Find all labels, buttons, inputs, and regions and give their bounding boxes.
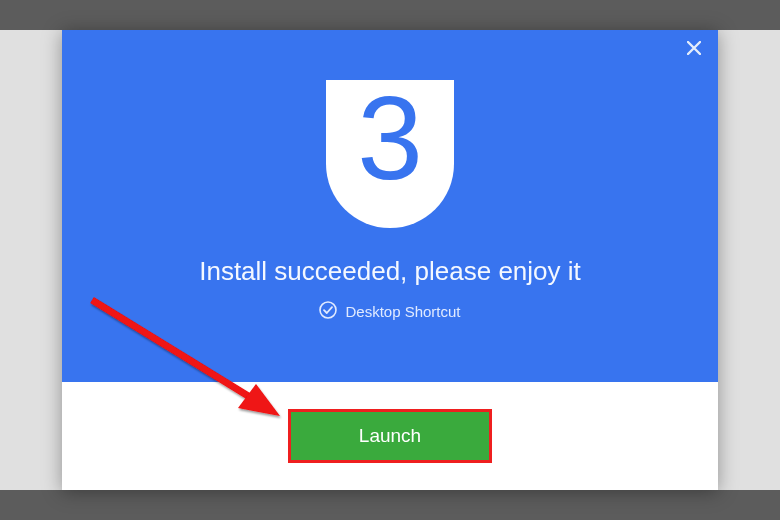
- desktop-shortcut-toggle[interactable]: Desktop Shortcut: [62, 301, 718, 322]
- frame-side-right: [718, 30, 780, 490]
- app-logo: 3: [62, 30, 718, 228]
- shield-icon: 3: [326, 80, 454, 228]
- check-circle-icon: [319, 301, 337, 322]
- frame-band-top: [0, 0, 780, 30]
- frame-band-bottom: [0, 490, 780, 520]
- frame-side-left: [0, 30, 62, 490]
- desktop-shortcut-label: Desktop Shortcut: [345, 303, 460, 320]
- launch-button[interactable]: Launch: [291, 412, 489, 460]
- installer-dialog: 3 Install succeeded, please enjoy it Des…: [62, 30, 718, 490]
- close-icon: [687, 41, 701, 59]
- install-success-message: Install succeeded, please enjoy it: [62, 256, 718, 287]
- hero-panel: 3 Install succeeded, please enjoy it Des…: [62, 30, 718, 382]
- close-button[interactable]: [682, 38, 706, 62]
- dialog-footer: Launch: [62, 382, 718, 490]
- logo-digit: 3: [357, 79, 423, 197]
- svg-point-0: [320, 302, 336, 318]
